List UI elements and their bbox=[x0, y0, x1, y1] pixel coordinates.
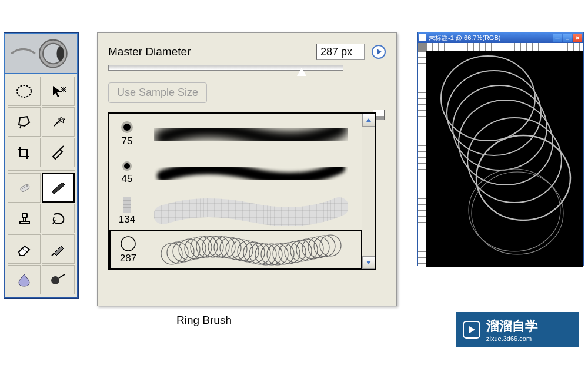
maximize-button[interactable]: □ bbox=[563, 34, 572, 42]
tool-palette bbox=[4, 32, 79, 299]
brush-preset-item[interactable]: 45 bbox=[109, 152, 362, 191]
tool-grid bbox=[5, 74, 77, 297]
svg-rect-13 bbox=[20, 221, 29, 224]
brush-size-label: 75 bbox=[122, 135, 133, 147]
history-brush-tool[interactable] bbox=[42, 204, 75, 233]
svg-point-63 bbox=[476, 135, 570, 220]
scroll-down-button[interactable] bbox=[362, 256, 375, 269]
svg-point-29 bbox=[121, 237, 135, 251]
blur-tool[interactable] bbox=[8, 265, 41, 294]
svg-point-19 bbox=[121, 121, 133, 133]
svg-point-21 bbox=[122, 161, 132, 171]
svg-point-10 bbox=[26, 185, 28, 187]
diameter-input[interactable] bbox=[316, 44, 365, 60]
master-diameter-label: Master Diameter bbox=[108, 45, 309, 58]
watermark: 溜溜自学 zixue.3d66.com bbox=[456, 312, 579, 347]
lasso-tool[interactable] bbox=[8, 107, 41, 137]
svg-line-6 bbox=[60, 146, 64, 150]
gradient-tool[interactable] bbox=[42, 234, 75, 264]
use-sample-size-button[interactable]: Use Sample Size bbox=[108, 82, 207, 103]
horizontal-ruler bbox=[426, 43, 583, 51]
crop-tool[interactable] bbox=[8, 138, 41, 167]
dodge-tool[interactable] bbox=[42, 265, 75, 294]
stamp-tool[interactable] bbox=[8, 204, 41, 233]
minimize-button[interactable]: ─ bbox=[553, 34, 562, 42]
document-title: 未标题-1 @ 66.7%(RGB) bbox=[429, 34, 553, 42]
brush-preset-item[interactable]: 134 bbox=[109, 191, 362, 230]
slider-thumb[interactable] bbox=[297, 68, 306, 76]
svg-point-59 bbox=[447, 71, 541, 155]
ring-brush-label: Ring Brush bbox=[176, 314, 232, 327]
flyout-menu-button[interactable] bbox=[372, 45, 386, 59]
document-content bbox=[418, 43, 583, 267]
slice-tool[interactable] bbox=[42, 138, 75, 167]
scroll-up-button[interactable] bbox=[362, 114, 375, 127]
move-tool[interactable] bbox=[42, 77, 75, 106]
svg-rect-7 bbox=[19, 184, 30, 193]
healing-tool[interactable] bbox=[8, 173, 41, 203]
document-titlebar[interactable]: 未标题-1 @ 66.7%(RGB) ─ □ ✕ bbox=[418, 32, 583, 43]
watermark-icon bbox=[463, 321, 480, 339]
svg-point-60 bbox=[453, 85, 547, 170]
tool-palette-header bbox=[5, 34, 77, 73]
canvas[interactable] bbox=[426, 51, 583, 267]
brush-size-label: 287 bbox=[120, 253, 136, 264]
svg-point-4 bbox=[17, 85, 31, 97]
brush-panel-header: Master Diameter bbox=[108, 44, 386, 60]
svg-line-15 bbox=[52, 253, 54, 256]
close-button[interactable]: ✕ bbox=[573, 34, 582, 42]
svg-point-58 bbox=[441, 56, 535, 141]
brush-list-scrollbar[interactable] bbox=[362, 114, 375, 269]
brush-preset-list: 75 45 bbox=[108, 112, 376, 270]
marquee-tool[interactable] bbox=[8, 77, 41, 106]
watermark-title: 溜溜自学 bbox=[486, 317, 538, 335]
vertical-ruler bbox=[418, 51, 426, 267]
svg-point-9 bbox=[24, 187, 25, 188]
svg-rect-11 bbox=[22, 213, 27, 218]
document-icon bbox=[419, 34, 426, 41]
brush-preset-item[interactable]: 287 bbox=[109, 230, 362, 269]
svg-line-5 bbox=[54, 119, 61, 126]
svg-point-61 bbox=[459, 100, 553, 185]
svg-point-16 bbox=[51, 276, 59, 284]
svg-point-3 bbox=[56, 47, 64, 61]
brush-panel: Master Diameter Use Sample Size 75 bbox=[97, 32, 397, 306]
svg-point-62 bbox=[467, 118, 562, 203]
eraser-tool[interactable] bbox=[8, 234, 41, 264]
scroll-track[interactable] bbox=[362, 127, 375, 256]
document-window: 未标题-1 @ 66.7%(RGB) ─ □ ✕ bbox=[417, 32, 584, 266]
brush-preset-item[interactable]: 75 bbox=[109, 114, 362, 152]
wand-tool[interactable] bbox=[42, 107, 75, 137]
brush-tool[interactable] bbox=[42, 173, 75, 203]
svg-line-17 bbox=[59, 274, 65, 278]
watermark-url: zixue.3d66.com bbox=[486, 335, 538, 342]
brush-size-label: 45 bbox=[122, 173, 133, 185]
svg-point-8 bbox=[22, 188, 23, 189]
svg-rect-22 bbox=[123, 197, 131, 213]
brush-size-label: 134 bbox=[119, 214, 135, 226]
diameter-slider[interactable] bbox=[108, 65, 343, 71]
